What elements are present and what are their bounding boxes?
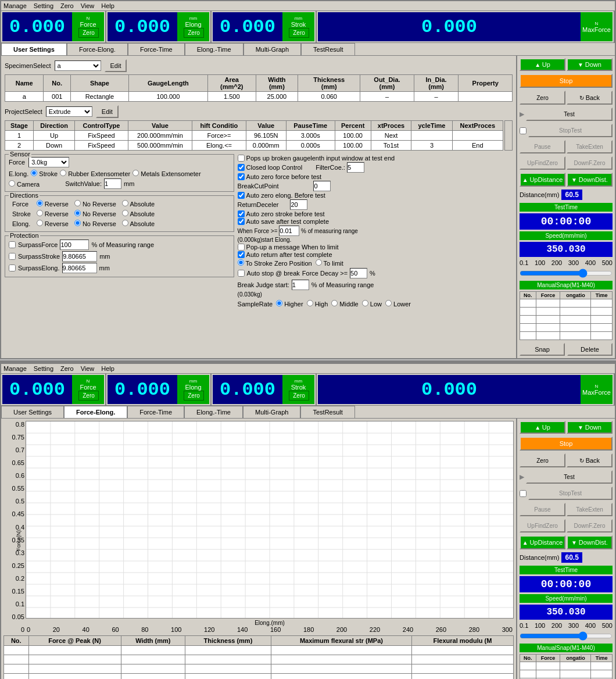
b-menu-manage[interactable]: Manage: [3, 365, 27, 372]
specimen-select[interactable]: a: [55, 60, 101, 71]
b-zero-button[interactable]: Zero: [520, 453, 565, 467]
test-button[interactable]: Test: [526, 108, 613, 121]
cb-auto-zero-force[interactable]: [238, 173, 245, 180]
stroke-noreverse-radio[interactable]: [74, 210, 81, 216]
back-button[interactable]: ↻ Back: [567, 91, 613, 105]
b-upfindzero-button[interactable]: UpFindZero: [520, 519, 565, 533]
updistance-button[interactable]: ▲ UpDistance: [520, 173, 565, 187]
stage-scrollbar[interactable]: [504, 120, 513, 151]
stoptest-button[interactable]: StopTest: [528, 124, 613, 137]
elong-zero-button[interactable]: Zero: [184, 28, 204, 38]
delete-button[interactable]: Delete: [567, 343, 613, 356]
force-zero-button[interactable]: Zero: [78, 28, 99, 38]
surpass-stroke-value[interactable]: [62, 251, 97, 262]
strok-zero-button[interactable]: Zero: [289, 28, 309, 38]
b-takeexten-button[interactable]: TakeExten: [567, 503, 613, 516]
cb-auto-zero-elong[interactable]: [238, 192, 245, 199]
upfindzero-button[interactable]: UpFindZero: [520, 156, 565, 170]
cb-auto-return[interactable]: [238, 251, 245, 258]
menu-view[interactable]: View: [81, 2, 95, 9]
tab-multi-graph[interactable]: Multi-Graph: [243, 43, 301, 55]
b-back-button[interactable]: ↻ Back: [567, 453, 613, 467]
zero-button[interactable]: Zero: [520, 91, 565, 105]
tab-force-elong[interactable]: Force-Elong.: [67, 43, 128, 55]
elong-noreverse-radio[interactable]: [74, 220, 81, 226]
downfzero-button[interactable]: DownF.Zero: [567, 156, 613, 170]
filter-coe-input[interactable]: [347, 162, 364, 173]
menu-manage[interactable]: Manage: [3, 2, 27, 9]
b-tab-user-settings[interactable]: User Settings: [1, 406, 64, 418]
tab-elong-time[interactable]: Elong.-Time: [185, 43, 243, 55]
b-menu-zero[interactable]: Zero: [60, 365, 74, 372]
b-tab-elong-time[interactable]: Elong.-Time: [184, 406, 243, 418]
b-menu-view[interactable]: View: [81, 365, 95, 372]
return-to-limit-radio[interactable]: [316, 259, 322, 266]
tab-force-time[interactable]: Force-Time: [128, 43, 185, 55]
project-edit-button[interactable]: Edit: [96, 105, 119, 118]
elong-absolute-radio[interactable]: [122, 220, 128, 226]
force-decay-input[interactable]: [350, 268, 367, 278]
sample-lower-radio[interactable]: [385, 300, 392, 306]
speed-slider[interactable]: [520, 269, 613, 278]
when-force-input[interactable]: [279, 226, 299, 236]
elong-camera-radio[interactable]: [9, 180, 15, 187]
cb-closed-loop[interactable]: [238, 164, 245, 171]
takeexten-button[interactable]: TakeExten: [567, 140, 613, 153]
down-button[interactable]: ▼ Down: [567, 58, 613, 71]
elong-metals-radio[interactable]: [132, 170, 139, 176]
cb-pops-broken[interactable]: [238, 155, 245, 162]
b-downdist-button[interactable]: ▼ DownDist.: [567, 535, 613, 549]
b-down-button[interactable]: ▼ Down: [567, 421, 613, 434]
stop-button[interactable]: Stop: [520, 74, 613, 88]
elong-rubber-radio[interactable]: [60, 170, 66, 176]
surpass-force-check[interactable]: [9, 241, 16, 248]
b-stop-button[interactable]: Stop: [520, 437, 613, 451]
elong-stroke-radio[interactable]: [31, 170, 37, 176]
cb-popup-limit[interactable]: [238, 244, 245, 251]
menu-zero[interactable]: Zero: [60, 2, 74, 9]
stoptest-check[interactable]: [520, 127, 527, 134]
surpass-elong-check[interactable]: [9, 265, 16, 271]
b-tab-multi-graph[interactable]: Multi-Graph: [243, 406, 300, 418]
b-downfzero-button[interactable]: DownF.Zero: [567, 519, 613, 533]
force-noreverse-radio[interactable]: [74, 200, 81, 206]
up-button[interactable]: ▲ Up: [520, 58, 565, 71]
elong-reverse-radio2[interactable]: [37, 220, 43, 226]
b-elong-zero-button[interactable]: Zero: [184, 391, 204, 401]
b-menu-setting[interactable]: Setting: [34, 365, 53, 372]
b-force-zero-button[interactable]: Zero: [78, 391, 99, 401]
breakcut-input[interactable]: [313, 181, 331, 191]
b-tab-force-time[interactable]: Force-Time: [127, 406, 184, 418]
sample-high-radio[interactable]: [307, 300, 313, 306]
stroke-absolute-radio[interactable]: [122, 210, 128, 216]
cb-auto-save[interactable]: [238, 218, 245, 225]
b-stoptest-check[interactable]: [520, 490, 527, 497]
sample-middle-radio[interactable]: [331, 300, 338, 306]
b-test-button[interactable]: Test: [526, 470, 613, 484]
switch-value-input[interactable]: [104, 178, 121, 189]
snap-button[interactable]: Snap: [520, 343, 565, 356]
force-absolute-radio[interactable]: [122, 200, 128, 206]
cb-auto-zero-stroke[interactable]: [238, 210, 245, 217]
surpass-stroke-check[interactable]: [9, 253, 16, 260]
force-sensor-select[interactable]: 3.0kg: [28, 157, 69, 167]
sample-low-radio[interactable]: [362, 300, 368, 306]
return-stroke-zero-radio[interactable]: [238, 259, 244, 266]
menu-setting[interactable]: Setting: [34, 2, 53, 9]
tab-testresult[interactable]: TestResult: [301, 43, 355, 55]
force-reverse-radio[interactable]: [37, 200, 43, 206]
b-updistance-button[interactable]: ▲ UpDistance: [520, 535, 565, 549]
downdist-button[interactable]: ▼ DownDist.: [567, 173, 613, 187]
b-strok-zero-button[interactable]: Zero: [289, 391, 309, 401]
pause-button[interactable]: Pause: [520, 140, 565, 153]
stroke-reverse-radio[interactable]: [37, 210, 43, 216]
returndeceler-input[interactable]: [290, 199, 307, 210]
surpass-elong-value[interactable]: [62, 263, 97, 273]
b-speed-slider[interactable]: [520, 631, 613, 641]
project-select[interactable]: Extrude: [46, 106, 92, 117]
tab-user-settings[interactable]: User Settings: [1, 43, 67, 55]
specimen-edit-button[interactable]: Edit: [105, 59, 127, 72]
b-stoptest-button[interactable]: StopTest: [528, 487, 613, 500]
b-tab-force-elong[interactable]: Force-Elong.: [64, 406, 127, 418]
b-tab-testresult[interactable]: TestResult: [300, 406, 354, 418]
